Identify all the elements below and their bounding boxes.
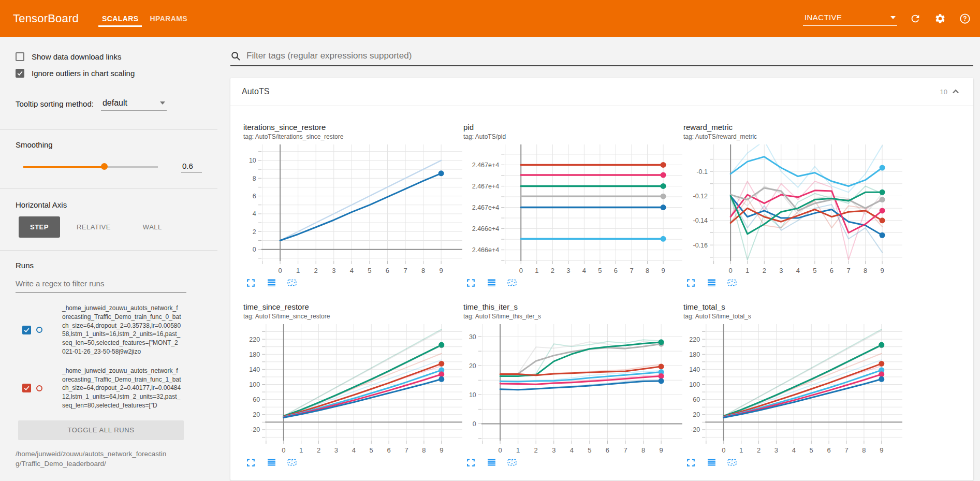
- svg-text:3: 3: [566, 267, 570, 274]
- svg-text:2: 2: [253, 228, 256, 236]
- svg-text:4: 4: [350, 267, 354, 274]
- svg-text:2: 2: [534, 446, 538, 454]
- chart-toolbar: [683, 456, 903, 469]
- svg-text:0: 0: [519, 267, 523, 274]
- svg-text:-0.16: -0.16: [693, 242, 708, 249]
- svg-text:6: 6: [606, 446, 609, 454]
- run-radio[interactable]: [36, 385, 42, 391]
- fit-domain-icon[interactable]: [726, 276, 738, 289]
- chart-toolbar: [243, 456, 463, 469]
- smoothing-value[interactable]: 0.6: [181, 161, 202, 173]
- expand-chart-icon[interactable]: [244, 276, 257, 289]
- svg-text:20: 20: [693, 411, 700, 418]
- tooltip-sorting-dropdown[interactable]: default: [101, 97, 167, 111]
- log-scale-icon[interactable]: [485, 456, 498, 469]
- chart-tag: tag: AutoTS/time_since_restore: [243, 313, 463, 320]
- settings-icon[interactable]: [933, 12, 947, 25]
- line-chart: 2.467e+42.467e+42.467e+42.466e+42.466e+4…: [463, 144, 683, 275]
- expand-chart-icon[interactable]: [464, 456, 477, 469]
- run-checkbox[interactable]: [22, 384, 31, 392]
- run-checkbox[interactable]: [22, 326, 31, 334]
- svg-text:9: 9: [880, 446, 883, 454]
- svg-text:7: 7: [623, 446, 627, 454]
- card-header[interactable]: AutoTS 10: [230, 78, 973, 106]
- run-item: _home_junweid_zouwu_autots_network_forec…: [16, 304, 202, 356]
- chevron-up-icon[interactable]: [949, 85, 962, 98]
- svg-text:-0.12: -0.12: [693, 193, 708, 200]
- chart-title: reward_metric: [683, 123, 903, 132]
- log-scale-icon[interactable]: [485, 276, 498, 289]
- chart-tag: tag: AutoTS/iterations_since_restore: [243, 133, 463, 140]
- smoothing-slider[interactable]: [23, 163, 158, 170]
- charts-grid: iterations_since_restoretag: AutoTS/iter…: [230, 106, 973, 473]
- slider-fill: [23, 166, 104, 168]
- checkbox-icon: [16, 69, 24, 78]
- wall-button[interactable]: WALL: [134, 216, 171, 238]
- svg-text:2: 2: [314, 267, 318, 274]
- svg-text:4: 4: [582, 267, 586, 274]
- log-scale-icon[interactable]: [705, 456, 718, 469]
- tab-hparams[interactable]: HPARAMS: [144, 0, 193, 37]
- expand-chart-icon[interactable]: [684, 456, 697, 469]
- chart-reward_metric: reward_metrictag: AutoTS/reward_metric-0…: [683, 123, 903, 289]
- svg-text:2: 2: [757, 446, 760, 454]
- fit-domain-icon[interactable]: [726, 456, 738, 469]
- slider-thumb[interactable]: [101, 163, 108, 170]
- svg-text:0: 0: [729, 267, 733, 274]
- svg-text:2.467e+4: 2.467e+4: [472, 183, 500, 190]
- status-dropdown[interactable]: INACTIVE: [803, 11, 897, 26]
- svg-text:0: 0: [278, 267, 282, 274]
- runs-filter-input[interactable]: [16, 277, 186, 293]
- step-button[interactable]: STEP: [19, 216, 60, 238]
- card-title: AutoTS: [242, 87, 269, 96]
- log-scale-icon[interactable]: [265, 276, 277, 289]
- svg-text:2.467e+4: 2.467e+4: [472, 162, 500, 169]
- svg-text:8: 8: [862, 446, 866, 454]
- help-icon[interactable]: ?: [958, 12, 972, 25]
- svg-text:6: 6: [387, 446, 391, 454]
- tooltip-sorting-row: Tooltip sorting method: default: [16, 97, 202, 111]
- smoothing-control: 0.6: [16, 161, 202, 173]
- svg-text:?: ?: [963, 15, 967, 22]
- chart-tag: tag: AutoTS/time_total_s: [683, 313, 903, 320]
- svg-text:9: 9: [660, 446, 663, 454]
- relative-button[interactable]: RELATIVE: [67, 216, 120, 238]
- tab-scalars[interactable]: SCALARS: [96, 0, 144, 37]
- svg-text:3: 3: [552, 446, 555, 454]
- run-radio[interactable]: [36, 327, 42, 333]
- chart-series: [724, 329, 885, 417]
- expand-chart-icon[interactable]: [684, 276, 697, 289]
- fit-domain-icon[interactable]: [506, 276, 518, 289]
- tooltip-sorting-label: Tooltip sorting method:: [16, 99, 94, 111]
- chart-series: [730, 144, 885, 260]
- show-download-links-checkbox[interactable]: Show data download links: [16, 52, 202, 61]
- chart-series: [280, 161, 444, 241]
- chart-tag: tag: AutoTS/pid: [463, 133, 683, 140]
- chart-series: [500, 339, 664, 390]
- svg-text:3: 3: [334, 446, 338, 454]
- line-chart: 30201000123456789: [463, 324, 683, 455]
- log-scale-icon[interactable]: [265, 456, 277, 469]
- svg-text:10: 10: [249, 157, 256, 164]
- fit-domain-icon[interactable]: [286, 456, 298, 469]
- log-scale-icon[interactable]: [705, 276, 718, 289]
- fit-domain-icon[interactable]: [506, 456, 518, 469]
- svg-text:0: 0: [253, 246, 256, 253]
- svg-text:3: 3: [774, 446, 778, 454]
- svg-text:4: 4: [796, 267, 800, 274]
- ignore-outliers-checkbox[interactable]: Ignore outliers in chart scaling: [16, 69, 202, 78]
- fit-domain-icon[interactable]: [286, 276, 298, 289]
- svg-text:2.467e+4: 2.467e+4: [472, 204, 500, 211]
- refresh-icon[interactable]: [909, 12, 922, 25]
- chart-tag: tag: AutoTS/reward_metric: [683, 133, 903, 140]
- toggle-all-runs-button[interactable]: TOGGLE ALL RUNS: [18, 420, 184, 440]
- run-name: _home_junweid_zouwu_autots_network_forec…: [62, 367, 181, 410]
- svg-text:9: 9: [440, 267, 443, 274]
- expand-chart-icon[interactable]: [464, 276, 477, 289]
- svg-text:4: 4: [253, 210, 256, 217]
- svg-text:60: 60: [693, 396, 700, 403]
- tag-filter-input[interactable]: [245, 50, 973, 62]
- expand-chart-icon[interactable]: [244, 456, 257, 469]
- svg-text:9: 9: [880, 267, 884, 274]
- app-header: TensorBoard SCALARS HPARAMS INACTIVE ?: [0, 0, 980, 37]
